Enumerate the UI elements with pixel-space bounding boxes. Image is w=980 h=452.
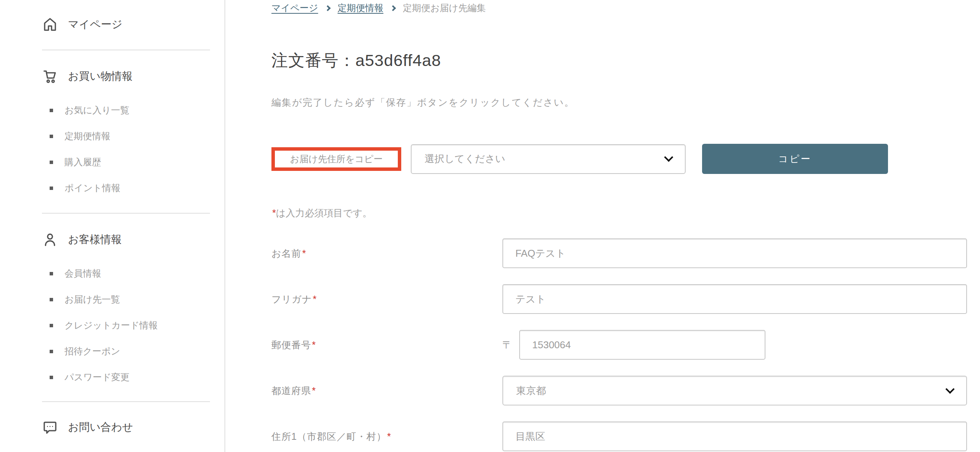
sidebar-item-invite-coupon[interactable]: 招待クーポン [42,346,224,357]
bullet-icon [50,187,53,190]
required-note: *は入力必須項目です。 [271,207,968,219]
form-row-prefecture: 都道府県* 東京都 [271,376,968,405]
sidebar-section-shopping[interactable]: お買い物情報 [42,67,224,85]
address-edit-form: お名前* フリガナ* 郵便番号* 〒 都道府県* [271,238,968,451]
address1-field[interactable] [502,421,967,451]
bullet-icon [50,161,53,164]
form-row-postal-code: 郵便番号* 〒 [271,330,968,360]
name-field[interactable] [502,238,967,268]
main-content: マイページ 定期便情報 定期便お届け先編集 注文番号：a53d6ff4a8 編集… [225,0,980,452]
sidebar-item-purchase-history[interactable]: 購入履歴 [42,156,224,168]
prefecture-select[interactable]: 東京都 [502,376,967,405]
required-asterisk: * [272,208,276,218]
breadcrumb-link-mypage[interactable]: マイページ [271,2,318,14]
sidebar-item-subscription-info[interactable]: 定期便情報 [42,130,224,142]
postal-code-label: 郵便番号* [271,339,502,351]
furigana-label: フリガナ* [271,293,502,306]
copy-address-label: お届け先住所をコピー [290,153,383,165]
sidebar-item-address-list[interactable]: お届け先一覧 [42,294,224,305]
chevron-down-icon [945,384,954,394]
address1-label: 住所1（市郡区／町・村）* [271,430,502,443]
sidebar-customer-list: 会員情報 お届け先一覧 クレジットカード情報 招待クーポン パスワード変更 [42,268,224,383]
annotation-highlight-copy-address-label: お届け先住所をコピー [271,147,401,171]
bullet-icon [50,324,53,327]
breadcrumb-link-subscription-info[interactable]: 定期便情報 [337,2,383,14]
sidebar-item-member-info[interactable]: 会員情報 [42,268,224,279]
sidebar-section-label: お買い物情報 [68,69,132,84]
sidebar-divider [42,50,210,50]
page-title: 注文番号：a53d6ff4a8 [271,50,968,72]
postal-code-field[interactable] [519,330,765,360]
sidebar-item-password-change[interactable]: パスワード変更 [42,372,224,383]
cart-icon [42,68,58,84]
sidebar-divider [42,401,210,402]
bullet-icon [50,350,53,353]
bullet-icon [50,298,53,301]
chevron-right-icon [325,5,331,11]
sidebar-item-contact[interactable]: お問い合わせ [42,418,224,436]
name-label: お名前* [271,247,502,260]
form-row-address1: 住所1（市郡区／町・村）* [271,421,968,451]
sidebar-item-mypage[interactable]: マイページ [42,15,224,34]
sidebar-item-favorites[interactable]: お気に入り一覧 [42,105,224,116]
form-row-name: お名前* [271,238,968,268]
edit-instruction-note: 編集が完了したら必ず「保存」ボタンをクリックしてください。 [271,96,968,109]
copy-button[interactable]: コピー [702,144,888,174]
mypage-app: マイページ お買い物情報 お気に入り一覧 定期便情報 [0,0,980,452]
chevron-down-icon [664,153,673,162]
sidebar-shopping-list: お気に入り一覧 定期便情報 購入履歴 ポイント情報 [42,105,224,194]
sidebar-item-label: お問い合わせ [68,420,133,434]
bullet-icon [50,376,53,379]
sidebar-item-credit-card-info[interactable]: クレジットカード情報 [42,320,224,331]
prefecture-label: 都道府県* [271,384,502,397]
chat-bubble-icon [42,419,58,435]
chevron-right-icon [390,5,396,11]
sidebar-divider [42,213,210,214]
postal-mark: 〒 [502,338,512,352]
breadcrumb-current: 定期便お届け先編集 [403,2,486,14]
bullet-icon [50,272,53,275]
address-select-value: 選択してください [425,152,505,166]
copy-address-row: お届け先住所をコピー 選択してください コピー [271,144,968,174]
sidebar-section-customer[interactable]: お客様情報 [42,230,224,249]
sidebar-section-label: お客様情報 [68,232,122,247]
sidebar-item-label: マイページ [68,17,123,32]
address-select[interactable]: 選択してください [411,144,686,174]
bullet-icon [50,109,53,112]
home-icon [42,16,58,32]
sidebar: マイページ お買い物情報 お気に入り一覧 定期便情報 [0,0,225,452]
person-icon [42,232,58,248]
sidebar-item-point-info[interactable]: ポイント情報 [42,182,224,194]
bullet-icon [50,135,53,138]
breadcrumb: マイページ 定期便情報 定期便お届け先編集 [271,2,968,14]
prefecture-select-value: 東京都 [516,384,546,397]
form-row-furigana: フリガナ* [271,284,968,314]
furigana-field[interactable] [502,284,967,314]
